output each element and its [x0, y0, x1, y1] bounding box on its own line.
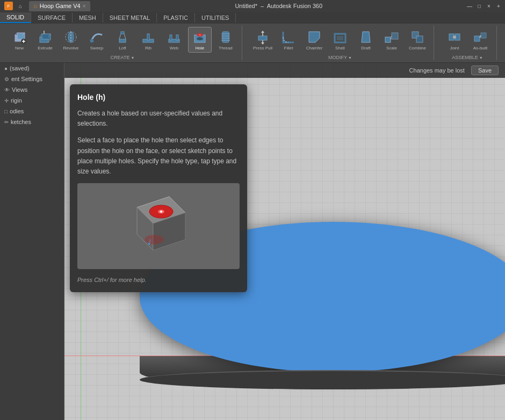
title-bar-right: — □ × +: [463, 2, 505, 10]
btn-chamfer[interactable]: Chamfer: [302, 27, 326, 53]
revolve-icon: [63, 30, 78, 45]
btn-thread[interactable]: Thread: [214, 27, 237, 53]
notify-message: Changes may be lost: [409, 67, 465, 74]
modify-label[interactable]: MODIFY ▼: [328, 55, 352, 60]
svg-marker-41: [309, 32, 320, 42]
btn-combine[interactable]: Combine: [406, 27, 429, 53]
combine-icon: [410, 30, 425, 45]
svg-marker-44: [362, 32, 370, 42]
help-title: Hole (h): [77, 92, 240, 103]
btn-rib[interactable]: Rib: [136, 27, 160, 53]
svg-line-21: [124, 34, 126, 39]
btn-joint[interactable]: Joint: [443, 27, 466, 53]
btn-new-component[interactable]: New: [8, 27, 31, 53]
btn-revolve[interactable]: Revolve: [59, 27, 83, 53]
sidebar-item-bodies[interactable]: □ odies: [0, 106, 64, 117]
title-bar-left: F ⌂ ○ Hoop Game V4 ×: [0, 1, 95, 11]
help-footer: Press Ctrl+/ for more help.: [77, 276, 240, 285]
notify-bar: Changes may be lost Save: [64, 63, 505, 78]
tab-close-btn[interactable]: ×: [83, 3, 86, 9]
close-window-btn[interactable]: ×: [485, 2, 493, 10]
sidebar-item-origin[interactable]: ✛ rigin: [0, 95, 64, 106]
tab-plastic[interactable]: PLASTIC: [157, 13, 195, 23]
ribbon-tabs: SOLID SURFACE MESH SHEET METAL PLASTIC U…: [0, 12, 505, 24]
svg-rect-23: [147, 34, 149, 40]
tab-hoop-game[interactable]: ○ Hoop Game V4 ×: [29, 1, 90, 11]
tab-surface[interactable]: SURFACE: [31, 13, 73, 23]
svg-rect-36: [258, 36, 267, 40]
assemble-chevron: ▼: [479, 56, 483, 60]
btn-sweep[interactable]: Sweep: [85, 27, 109, 53]
btn-scale[interactable]: Scale: [380, 27, 403, 53]
svg-rect-45: [385, 37, 391, 42]
new-component-icon: [12, 30, 27, 45]
help-desc1: Creates a hole based on user-specified v…: [77, 108, 240, 129]
svg-rect-25: [170, 35, 172, 40]
hole-icon: [192, 30, 207, 45]
views-icon: 👁: [4, 87, 10, 93]
maximize-btn[interactable]: □: [475, 2, 484, 10]
sidebar-item-saved[interactable]: ● (saved): [0, 63, 64, 74]
svg-point-84: [160, 211, 162, 213]
sidebar-item-views[interactable]: 👁 Views: [0, 84, 64, 95]
svg-marker-40: [261, 42, 264, 45]
btn-shell[interactable]: Shell: [328, 27, 352, 53]
group-assemble: Joint As-built ASSEMBLE ▼: [438, 26, 497, 60]
svg-line-12: [48, 39, 50, 42]
sidebar-item-sketches[interactable]: ✏ ketches: [0, 117, 64, 127]
assemble-items: Joint As-built: [443, 26, 492, 54]
btn-web[interactable]: Web: [162, 27, 186, 53]
svg-rect-53: [474, 36, 480, 41]
svg-marker-38: [261, 31, 264, 33]
joint-icon: [447, 30, 462, 45]
help-desc2: Select a face to place the hole then sel…: [77, 135, 240, 177]
group-modify: Press Pull Fillet: [247, 26, 434, 60]
btn-press-pull[interactable]: Press Pull: [251, 27, 275, 53]
chamfer-icon: [307, 30, 322, 45]
svg-rect-9: [42, 34, 50, 39]
assemble-label[interactable]: ASSEMBLE ▼: [452, 55, 482, 60]
scale-icon: [384, 30, 399, 45]
btn-loft[interactable]: Loft: [111, 27, 134, 53]
new-tab-btn[interactable]: +: [494, 2, 503, 10]
minimize-btn[interactable]: —: [465, 2, 474, 10]
title-bar: F ⌂ ○ Hoop Game V4 × Untitled* – Autodes…: [0, 0, 505, 12]
svg-point-52: [453, 35, 456, 39]
svg-rect-31: [222, 32, 229, 42]
modify-chevron: ▼: [348, 56, 352, 60]
sweep-icon: [89, 30, 104, 45]
fillet-icon: [281, 30, 296, 45]
svg-point-29: [199, 34, 201, 35]
tab-mesh[interactable]: MESH: [73, 13, 103, 23]
svg-rect-46: [392, 33, 398, 39]
create-items: New Extrude: [8, 26, 237, 54]
canvas-area: Changes may be lost Save Hole (h) Create…: [64, 63, 505, 420]
ribbon-content: New Extrude: [0, 24, 505, 62]
create-chevron: ▼: [131, 56, 134, 60]
btn-fillet[interactable]: Fillet: [277, 27, 300, 53]
btn-hole[interactable]: Hole: [188, 27, 212, 53]
svg-line-20: [119, 34, 121, 39]
btn-as-built[interactable]: As-built: [468, 27, 492, 53]
home-btn[interactable]: ⌂: [16, 2, 25, 10]
svg-rect-18: [119, 39, 126, 42]
bodies-icon: □: [4, 108, 8, 114]
title-bar-center: Untitled* – Autodesk Fusion 360: [95, 3, 463, 9]
ribbon: SOLID SURFACE MESH SHEET METAL PLASTIC U…: [0, 12, 505, 63]
svg-rect-26: [176, 35, 178, 40]
svg-rect-54: [481, 33, 486, 38]
as-built-icon: [473, 30, 488, 45]
create-label[interactable]: CREATE ▼: [111, 55, 135, 60]
btn-draft[interactable]: Draft: [354, 27, 378, 53]
tab-solid[interactable]: SOLID: [0, 12, 31, 23]
btn-extrude[interactable]: Extrude: [33, 27, 57, 53]
svg-rect-19: [121, 32, 124, 34]
tab-utilities[interactable]: UTILITIES: [195, 13, 236, 23]
saved-icon: ●: [4, 66, 8, 71]
svg-line-2: [15, 33, 17, 35]
svg-line-10: [40, 34, 42, 37]
sidebar-item-settings[interactable]: ⚙ ent Settings: [0, 74, 64, 84]
tab-sheet-metal[interactable]: SHEET METAL: [103, 13, 157, 23]
save-button[interactable]: Save: [471, 66, 499, 75]
origin-icon: ✛: [4, 98, 9, 104]
